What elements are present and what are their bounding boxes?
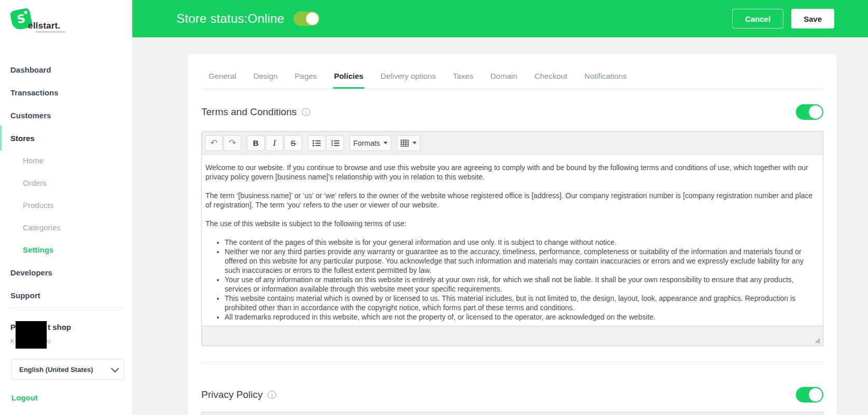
privacy-section-header: Privacy Policy i [201,387,823,403]
sidebar-item-customers[interactable]: Customers [0,104,132,127]
editor-paragraph: The use of this website is subject to th… [205,219,817,228]
caret-down-icon [412,142,417,144]
italic-button[interactable]: I [266,135,283,151]
tab-checkout[interactable]: Checkout [533,54,568,88]
shop-name-suffix: t shop [48,323,71,331]
toggle-knob [808,105,823,119]
sidebar-divider [9,308,123,308]
sidebar-item-settings[interactable]: Settings [0,239,132,261]
editor-bullet: All trademarks reproduced in this websit… [225,312,817,322]
logo-tagline [35,31,65,33]
save-button[interactable]: Save [791,9,834,29]
privacy-title: Privacy Policy [201,389,263,400]
info-icon[interactable]: i [268,391,276,399]
sidebar-item-transactions[interactable]: Transactions [0,81,132,104]
tab-pages[interactable]: Pages [294,54,318,88]
section-divider [201,362,823,362]
logout-link[interactable]: Logout [11,393,38,402]
privacy-editor: ↶ ↷ B I S [201,412,823,415]
main-area: Store status:Online Cancel Save General … [132,0,868,415]
tab-general[interactable]: General [208,54,237,88]
tab-design[interactable]: Design [252,54,279,88]
editor-bullet: Your use of any information or materials… [225,275,817,294]
tab-domain[interactable]: Domain [489,54,518,88]
redo-icon: ↷ [229,137,236,148]
privacy-toggle[interactable] [796,387,823,403]
sidebar-item-home[interactable]: Home [0,149,132,172]
terms-section-header: Terms and Conditions i [201,104,823,120]
terms-editor-toolbar: ↶ ↷ B I S [202,132,823,155]
resize-handle[interactable] [814,337,820,343]
undo-button[interactable]: ↶ [205,135,223,151]
bold-button[interactable]: B [247,135,265,151]
bullet-list-icon [312,140,321,147]
language-select[interactable]: English (United States) [11,359,125,380]
tab-policies[interactable]: Policies [333,54,365,88]
shop-name: P [10,323,16,331]
redo-button[interactable]: ↷ [224,135,241,151]
editor-paragraph: Welcome to our website. If you continue … [205,163,817,182]
owner-name: K [10,337,15,345]
info-icon[interactable]: i [302,108,310,116]
sidebar-nav: Dashboard Transactions Customers Stores … [0,58,132,307]
editor-bullet-list: The content of the pages of this website… [205,238,817,322]
numbered-list-button[interactable] [326,135,344,151]
cancel-button[interactable]: Cancel [732,9,783,29]
table-icon [401,140,409,147]
sellstart-logo[interactable]: S ellstart. [10,8,114,35]
table-dropdown[interactable] [397,135,420,151]
logo-wordmark: ellstart. [28,21,60,31]
editor-bullet: The content of the pages of this website… [225,238,817,247]
toggle-knob [808,388,823,402]
header-bar: Store status:Online Cancel Save [132,0,868,37]
sidebar-item-developers[interactable]: Developers [0,261,132,284]
content-background: General Design Pages Policies Delivery o… [132,37,868,415]
language-select-value: English (United States) [19,366,111,374]
redaction-overlay [16,321,47,349]
privacy-editor-toolbar: ↶ ↷ B I S [202,412,823,415]
sidebar: S ellstart. Dashboard Transactions Custo… [0,0,132,415]
sidebar-item-stores[interactable]: Stores [0,127,132,149]
terms-editor: ↶ ↷ B I S [201,131,823,346]
tab-notifications[interactable]: Notifications [583,54,628,88]
caret-down-icon [383,142,388,144]
strikethrough-button[interactable]: S [284,135,302,151]
sidebar-item-categories[interactable]: Categories [0,216,132,239]
editor-bullet: This website contains material which is … [225,294,817,312]
sidebar-item-support[interactable]: Support [0,284,132,307]
toggle-knob [306,12,319,25]
editor-statusbar [202,326,823,345]
terms-title: Terms and Conditions [201,106,297,118]
formats-dropdown[interactable]: Formats [350,135,391,151]
sidebar-item-orders[interactable]: Orders [0,172,132,194]
tab-taxes[interactable]: Taxes [452,54,474,88]
tab-delivery-options[interactable]: Delivery options [379,54,437,88]
store-status-label: Store status:Online [176,11,284,26]
editor-paragraph: The term ‘[business name]’ or ‘us’ or ‘w… [205,191,817,210]
bullet-list-button[interactable] [308,135,325,151]
formats-label: Formats [353,139,380,147]
chevron-down-icon [111,364,119,372]
settings-tabs: General Design Pages Policies Delivery o… [201,54,823,89]
editor-bullet: Neither we nor any third parties provide… [225,247,817,275]
terms-toggle[interactable] [796,104,823,120]
undo-icon: ↶ [210,137,217,148]
numbered-list-icon [331,140,339,147]
sidebar-item-products[interactable]: Products [0,194,132,216]
store-status-toggle[interactable] [294,11,320,26]
terms-editor-content[interactable]: Welcome to our website. If you continue … [202,155,823,326]
sidebar-item-dashboard[interactable]: Dashboard [0,58,132,81]
settings-card: General Design Pages Policies Delivery o… [188,54,837,415]
